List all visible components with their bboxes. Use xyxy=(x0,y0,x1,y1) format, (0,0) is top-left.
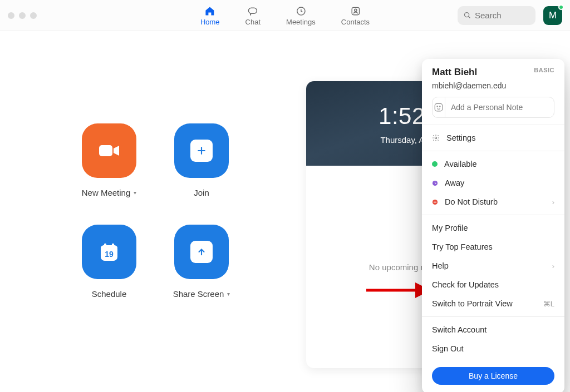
tile-join: Join xyxy=(157,123,246,212)
menu-label: Do Not Disturb xyxy=(445,197,498,206)
tab-meetings[interactable]: Meetings xyxy=(286,6,316,26)
buy-license-button[interactable]: Buy a License xyxy=(432,367,554,385)
gear-icon xyxy=(432,134,440,142)
menu-top-features[interactable]: Try Top Features xyxy=(422,237,564,256)
tab-label: Home xyxy=(200,18,220,26)
avatar-initial: M xyxy=(549,10,557,21)
personal-note-input[interactable] xyxy=(445,103,554,112)
chevron-right-icon: › xyxy=(552,198,554,206)
menu-portrait-view[interactable]: Switch to Portrait View ⌘L xyxy=(422,294,564,313)
tile-schedule: 19 Schedule xyxy=(65,225,154,314)
status-available[interactable]: Available xyxy=(422,155,564,173)
menu-label: Check for Updates xyxy=(432,280,499,289)
plus-icon xyxy=(190,140,213,162)
svg-rect-13 xyxy=(435,103,443,111)
search-icon xyxy=(463,11,471,19)
status-dnd[interactable]: Do Not Disturb › xyxy=(422,192,564,211)
chevron-down-icon[interactable]: ▾ xyxy=(134,190,136,196)
presence-dot-icon xyxy=(558,4,564,10)
clock-icon xyxy=(295,6,306,17)
license-badge: BASIC xyxy=(534,67,554,73)
buy-label: Buy a License xyxy=(469,371,518,380)
tab-chat[interactable]: Chat xyxy=(245,6,261,26)
tile-new-meeting: New Meeting ▾ xyxy=(65,123,154,212)
search-input[interactable] xyxy=(475,11,530,20)
tab-label: Contacts xyxy=(341,18,370,26)
status-dot-icon xyxy=(432,161,438,167)
chevron-down-icon[interactable]: ▾ xyxy=(227,291,230,297)
tab-label: Chat xyxy=(245,18,261,26)
menu-account-section: Matt Biehl BASIC mbiehl@daemen.edu xyxy=(422,59,564,125)
tile-label: Share Screen xyxy=(173,289,224,299)
menu-label: Switch to Portrait View xyxy=(432,299,513,308)
svg-point-9 xyxy=(112,244,114,246)
svg-rect-5 xyxy=(99,145,112,156)
shortcut-label: ⌘L xyxy=(543,300,554,308)
tab-contacts[interactable]: Contacts xyxy=(341,6,370,26)
menu-switch-account[interactable]: Switch Account xyxy=(422,320,564,339)
svg-rect-19 xyxy=(434,201,437,202)
svg-text:19: 19 xyxy=(105,250,114,259)
search-box[interactable] xyxy=(458,6,535,25)
dnd-icon xyxy=(432,199,438,205)
menu-label: Available xyxy=(444,160,477,168)
menu-my-profile[interactable]: My Profile xyxy=(422,219,564,237)
menu-label: Switch Account xyxy=(432,325,487,334)
top-nav: Home Chat Meetings Contacts xyxy=(200,0,370,31)
svg-point-3 xyxy=(354,9,356,11)
svg-point-14 xyxy=(437,106,438,107)
chat-icon xyxy=(247,6,258,17)
fullscreen-light[interactable] xyxy=(30,12,37,19)
profile-menu: Matt Biehl BASIC mbiehl@daemen.edu Setti… xyxy=(422,59,564,392)
contacts-icon xyxy=(350,6,361,17)
menu-label: Settings xyxy=(446,133,475,142)
schedule-button[interactable]: 19 xyxy=(82,225,136,279)
menu-label: My Profile xyxy=(432,224,468,232)
close-light[interactable] xyxy=(8,12,14,19)
menu-label: Away xyxy=(445,178,464,187)
personal-note-box[interactable] xyxy=(432,97,554,118)
menu-settings[interactable]: Settings xyxy=(422,128,564,147)
svg-point-8 xyxy=(104,244,106,246)
svg-rect-0 xyxy=(249,8,257,13)
video-icon xyxy=(96,140,122,162)
svg-point-15 xyxy=(440,106,441,107)
account-email: mbiehl@daemen.edu xyxy=(432,81,554,90)
tile-label: Schedule xyxy=(92,289,127,299)
header-right: M xyxy=(458,6,562,25)
menu-label: Try Top Features xyxy=(432,242,493,251)
menu-check-updates[interactable]: Check for Updates xyxy=(422,275,564,294)
new-meeting-button[interactable] xyxy=(82,123,136,178)
menu-help[interactable]: Help › xyxy=(422,256,564,275)
share-up-icon xyxy=(190,241,213,263)
window-controls xyxy=(8,12,37,19)
menu-label: Help xyxy=(432,261,449,270)
tile-share-screen: Share Screen ▾ xyxy=(157,225,246,314)
avatar-button[interactable]: M xyxy=(543,6,562,25)
minimize-light[interactable] xyxy=(19,12,26,19)
tab-label: Meetings xyxy=(286,18,316,26)
chevron-right-icon: › xyxy=(552,262,554,270)
svg-point-16 xyxy=(435,137,437,139)
menu-sign-out[interactable]: Sign Out xyxy=(422,339,564,358)
calendar-icon: 19 xyxy=(96,239,122,265)
join-button[interactable] xyxy=(174,123,229,178)
action-tiles: New Meeting ▾ Join 19 Schedule xyxy=(65,123,246,314)
window-titlebar: Home Chat Meetings Contacts xyxy=(0,0,570,31)
share-screen-button[interactable] xyxy=(174,225,229,279)
svg-point-4 xyxy=(465,13,469,17)
main-area: New Meeting ▾ Join 19 Schedule xyxy=(0,31,570,392)
account-name: Matt Biehl xyxy=(432,67,477,78)
tab-home[interactable]: Home xyxy=(200,6,220,26)
status-away[interactable]: Away xyxy=(422,173,564,192)
tile-label: New Meeting xyxy=(82,188,131,197)
home-icon xyxy=(204,6,215,17)
smiley-icon[interactable] xyxy=(433,97,445,117)
tile-label: Join xyxy=(194,188,209,197)
menu-label: Sign Out xyxy=(432,344,463,353)
away-clock-icon xyxy=(432,180,438,186)
